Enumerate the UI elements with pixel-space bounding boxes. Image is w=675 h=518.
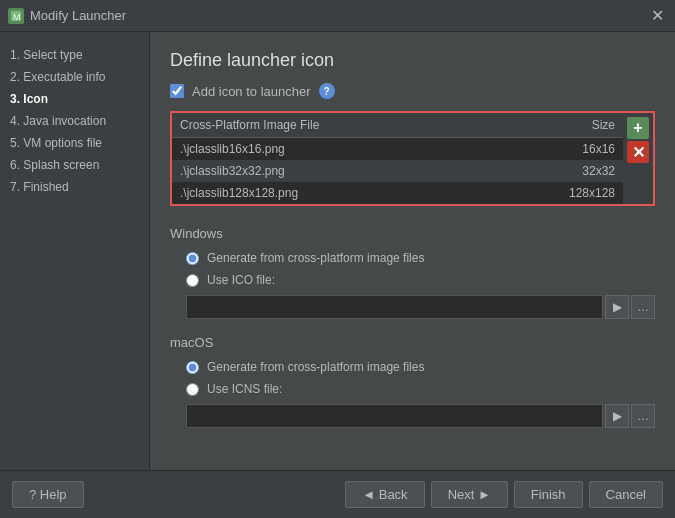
add-icon-checkbox[interactable] <box>170 84 184 98</box>
size-cell: 32x32 <box>494 160 623 182</box>
finish-button[interactable]: Finish <box>514 481 583 508</box>
sidebar-item-vm-options-file[interactable]: 5. VM options file <box>0 132 149 154</box>
windows-generate-radio[interactable] <box>186 252 199 265</box>
help-tooltip-icon[interactable]: ? <box>319 83 335 99</box>
footer: ? Help ◄ Back Next ► Finish Cancel <box>0 470 675 518</box>
table-row[interactable]: .\jclasslib16x16.png 16x16 <box>172 138 623 161</box>
sidebar-item-finished[interactable]: 7. Finished <box>0 176 149 198</box>
add-icon-label: Add icon to launcher <box>192 84 311 99</box>
macos-browse-arrow-button[interactable]: ▶ <box>605 404 629 428</box>
close-button[interactable]: ✕ <box>647 6 667 26</box>
macos-icns-input[interactable] <box>186 404 603 428</box>
image-table: Cross-Platform Image File Size .\jclassl… <box>172 113 623 204</box>
content-area: Define launcher icon Add icon to launche… <box>150 32 675 470</box>
table-action-buttons: + ✕ <box>623 113 653 204</box>
remove-image-button[interactable]: ✕ <box>627 141 649 163</box>
page-title: Define launcher icon <box>170 50 655 71</box>
back-button[interactable]: ◄ Back <box>345 481 424 508</box>
macos-radio-2-row: Use ICNS file: <box>186 382 655 396</box>
size-cell: 128x128 <box>494 182 623 204</box>
windows-ico-label: Use ICO file: <box>207 273 275 287</box>
table-row[interactable]: .\jclasslib32x32.png 32x32 <box>172 160 623 182</box>
macos-radio-1-row: Generate from cross-platform image files <box>186 360 655 374</box>
title-bar-text: Modify Launcher <box>30 8 647 23</box>
macos-icns-radio[interactable] <box>186 383 199 396</box>
macos-generate-label: Generate from cross-platform image files <box>207 360 424 374</box>
file-cell: .\jclasslib128x128.png <box>172 182 494 204</box>
windows-browse-dots-button[interactable]: … <box>631 295 655 319</box>
windows-radio-2-row: Use ICO file: <box>186 273 655 287</box>
windows-browse-arrow-button[interactable]: ▶ <box>605 295 629 319</box>
footer-right: ◄ Back Next ► Finish Cancel <box>345 481 663 508</box>
add-image-button[interactable]: + <box>627 117 649 139</box>
macos-browse-dots-button[interactable]: … <box>631 404 655 428</box>
sidebar-item-icon[interactable]: 3. Icon <box>0 88 149 110</box>
table-row[interactable]: .\jclasslib128x128.png 128x128 <box>172 182 623 204</box>
svg-text:M: M <box>13 12 21 22</box>
main-content: 1. Select type2. Executable info3. Icon4… <box>0 32 675 470</box>
sidebar-item-select-type[interactable]: 1. Select type <box>0 44 149 66</box>
title-bar: M Modify Launcher ✕ <box>0 0 675 32</box>
image-table-inner: Cross-Platform Image File Size .\jclassl… <box>172 113 623 204</box>
macos-icns-label: Use ICNS file: <box>207 382 282 396</box>
macos-generate-radio[interactable] <box>186 361 199 374</box>
file-cell: .\jclasslib32x32.png <box>172 160 494 182</box>
windows-generate-label: Generate from cross-platform image files <box>207 251 424 265</box>
col-size-header: Size <box>494 113 623 138</box>
help-button[interactable]: ? Help <box>12 481 84 508</box>
windows-section-label: Windows <box>170 226 655 241</box>
windows-radio-1-row: Generate from cross-platform image files <box>186 251 655 265</box>
macos-file-row: ▶ … <box>186 404 655 428</box>
add-icon-row: Add icon to launcher ? <box>170 83 655 99</box>
main-window: M Modify Launcher ✕ 1. Select type2. Exe… <box>0 0 675 518</box>
windows-ico-input[interactable] <box>186 295 603 319</box>
sidebar: 1. Select type2. Executable info3. Icon4… <box>0 32 150 470</box>
sidebar-item-executable-info[interactable]: 2. Executable info <box>0 66 149 88</box>
cancel-button[interactable]: Cancel <box>589 481 663 508</box>
sidebar-item-splash-screen[interactable]: 6. Splash screen <box>0 154 149 176</box>
size-cell: 16x16 <box>494 138 623 161</box>
image-table-container: Cross-Platform Image File Size .\jclassl… <box>170 111 655 206</box>
app-icon: M <box>8 8 24 24</box>
file-cell: .\jclasslib16x16.png <box>172 138 494 161</box>
footer-left: ? Help <box>12 481 84 508</box>
macos-section-label: macOS <box>170 335 655 350</box>
col-file-header: Cross-Platform Image File <box>172 113 494 138</box>
windows-ico-radio[interactable] <box>186 274 199 287</box>
sidebar-item-java-invocation[interactable]: 4. Java invocation <box>0 110 149 132</box>
next-button[interactable]: Next ► <box>431 481 508 508</box>
windows-file-row: ▶ … <box>186 295 655 319</box>
